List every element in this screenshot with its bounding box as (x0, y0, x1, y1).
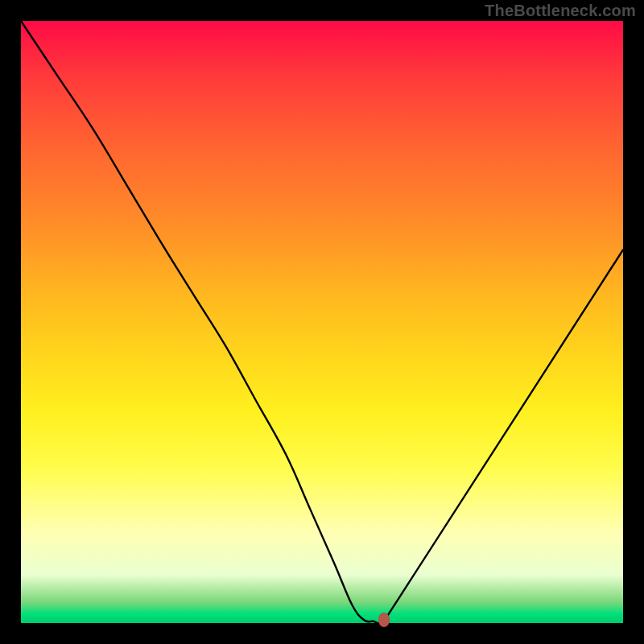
watermark-text: TheBottleneck.com (485, 2, 636, 20)
bottleneck-curve (21, 21, 623, 623)
curve-path (21, 21, 623, 623)
chart-frame: TheBottleneck.com (0, 0, 644, 644)
bottleneck-marker (378, 613, 390, 627)
plot-area (21, 21, 623, 623)
